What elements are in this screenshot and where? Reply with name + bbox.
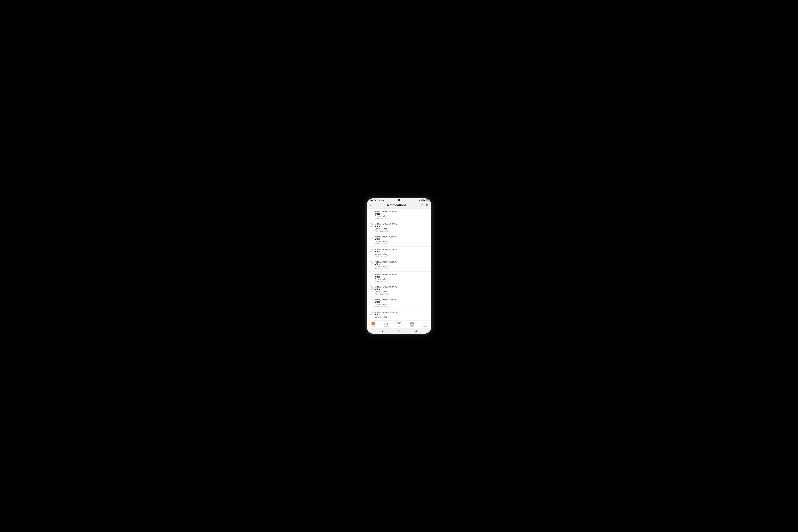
notif-camera: Camera: office (375, 265, 429, 268)
svg-point-3 (398, 323, 400, 324)
notification-item[interactable]: i 02 May 2023 03:42:34 PM office Camera:… (367, 234, 431, 247)
notif-camera: Camera: office (375, 278, 429, 280)
notification-item[interactable]: i 02 May 2023 03:38:32 PM office Camera:… (367, 284, 431, 297)
status-bar-right: ⧉ ▐▐▐ ◕ 53 (419, 199, 429, 201)
events-icon (410, 322, 414, 326)
recents-button[interactable]: ◎ (398, 330, 400, 332)
notif-system: Video system 2 (375, 280, 429, 282)
nav-item-events[interactable]: Events (407, 322, 416, 328)
notification-item[interactable]: i 02 May 2023 03:44:39 PM office Camera:… (367, 209, 431, 221)
info-icon: i (369, 311, 373, 315)
nav-item-eva[interactable]: Eva (395, 322, 403, 327)
nav-label-eva: Eva (398, 326, 400, 327)
location-icon: ◎ (379, 200, 380, 201)
battery-icon: 53 (426, 199, 429, 201)
notif-content: 02 May 2023 03:38:32 PM office Camera: o… (375, 286, 429, 295)
system-nav-bar: ■ ◎ ◀ (367, 328, 431, 334)
notif-content: 02 May 2023 03:36:31 PM office Camera: o… (375, 311, 429, 318)
notif-title: office (375, 213, 429, 215)
notif-title: office (375, 225, 429, 228)
info-icon: i (369, 261, 373, 264)
notif-content: 02 May 2023 03:41:34 PM office Camera: o… (375, 248, 429, 257)
notif-system: Video system 2 (375, 305, 429, 307)
alarm-icon: ⏰ (377, 200, 379, 201)
nav-item-cameras[interactable]: Cameras (382, 322, 391, 327)
notif-content: 02 May 2023 03:42:34 PM office Camera: o… (375, 236, 429, 245)
eva-icon (397, 322, 401, 325)
bluetooth-icon: ⧉ (419, 200, 420, 201)
notif-datetime: 02 May 2023 03:39:34 PM (375, 273, 429, 276)
notif-datetime: 02 May 2023 03:41:34 PM (375, 248, 429, 250)
time-display: 3:44 PM (369, 199, 376, 201)
svg-rect-0 (384, 323, 387, 325)
nav-icon-status: ◁ (381, 200, 382, 201)
bottom-nav: Views Cameras Eva (367, 321, 431, 328)
cameras-icon (384, 322, 388, 325)
notif-datetime: 02 May 2023 03:43:35 PM (375, 223, 429, 225)
notif-system: Video system 2 (375, 293, 429, 295)
notif-title: office (375, 276, 429, 278)
nav-item-more[interactable]: More (420, 322, 429, 327)
app-header: ← Notifications ☰ 🗑 (367, 202, 431, 209)
notif-content: 02 May 2023 03:44:39 PM office Camera: o… (375, 210, 429, 220)
info-icon: i (369, 236, 373, 239)
page-title: Notifications (387, 203, 406, 207)
status-bar: 3:44 PM ⏰ ◎ ◁ ✉ ⧉ ▐▐▐ ◕ 53 (367, 198, 431, 202)
delete-button[interactable]: 🗑 (425, 204, 429, 207)
notif-title: office (375, 301, 429, 303)
notif-datetime: 02 May 2023 03:38:32 PM (375, 286, 429, 288)
notif-title: office (375, 314, 429, 316)
home-button[interactable]: ■ (381, 330, 383, 332)
more-icon (423, 322, 427, 325)
notif-datetime: 02 May 2023 03:36:31 PM (375, 311, 429, 314)
notif-system: Video system 2 (375, 217, 429, 220)
notif-camera: Camera: office (375, 291, 429, 293)
notif-datetime: 02 May 2023 03:40:34 PM (375, 261, 429, 263)
svg-rect-2 (397, 322, 401, 325)
filter-button[interactable]: ☰ (421, 204, 423, 207)
notif-datetime: 02 May 2023 03:42:34 PM (375, 236, 429, 238)
notif-camera: Camera: office (375, 228, 429, 230)
notif-system: Video system 2 (375, 242, 429, 245)
notif-title: office (375, 250, 429, 253)
notification-item[interactable]: i 02 May 2023 03:41:34 PM office Camera:… (367, 247, 431, 259)
notif-camera: Camera: office (375, 316, 429, 318)
signal-icon: ▐▐▐ (420, 200, 423, 201)
header-actions: ☰ 🗑 (421, 204, 429, 207)
notif-title: office (375, 288, 429, 291)
info-icon: i (369, 249, 373, 252)
nav-label-views: Views (371, 326, 375, 327)
notification-item[interactable]: i 02 May 2023 03:43:35 PM office Camera:… (367, 221, 431, 234)
notif-camera: Camera: office (375, 240, 429, 242)
info-icon: i (369, 286, 373, 290)
info-icon: i (369, 274, 373, 277)
notif-camera: Camera: office (375, 215, 429, 217)
nav-label-more: More (423, 326, 427, 327)
status-bar-left: 3:44 PM ⏰ ◎ ◁ ✉ (369, 199, 384, 201)
message-icon: ✉ (382, 200, 384, 201)
wifi-icon: ◕ (424, 200, 425, 201)
notif-datetime: 02 May 2023 03:44:39 PM (375, 210, 429, 213)
notif-camera: Camera: office (375, 253, 429, 255)
back-button[interactable]: ← (369, 203, 373, 207)
notif-content: 02 May 2023 03:40:34 PM office Camera: o… (375, 261, 429, 270)
phone-screen: 3:44 PM ⏰ ◎ ◁ ✉ ⧉ ▐▐▐ ◕ 53 ← Notificatio… (367, 198, 431, 334)
nav-item-views[interactable]: Views (369, 322, 378, 327)
camera-notch (398, 199, 400, 201)
notification-item[interactable]: i 02 May 2023 03:36:31 PM office Camera:… (367, 309, 431, 320)
notif-content: 02 May 2023 03:37:31 PM office Camera: o… (375, 299, 429, 307)
notif-title: office (375, 263, 429, 265)
back-gesture[interactable]: ◀ (415, 330, 417, 332)
svg-rect-11 (412, 324, 412, 324)
notif-system: Video system 2 (375, 230, 429, 232)
nav-label-events: Events (410, 326, 414, 328)
info-icon: i (369, 299, 373, 302)
notification-item[interactable]: i 02 May 2023 03:37:31 PM office Camera:… (367, 297, 431, 309)
notification-item[interactable]: i 02 May 2023 03:39:34 PM office Camera:… (367, 272, 431, 284)
notif-system: Video system 2 (375, 268, 429, 270)
notif-camera: Camera: office (375, 303, 429, 305)
notification-item[interactable]: i 02 May 2023 03:40:34 PM office Camera:… (367, 259, 431, 272)
nav-label-cameras: Cameras (383, 326, 390, 327)
phone-device: 3:44 PM ⏰ ◎ ◁ ✉ ⧉ ▐▐▐ ◕ 53 ← Notificatio… (365, 197, 433, 335)
svg-rect-10 (411, 324, 412, 324)
